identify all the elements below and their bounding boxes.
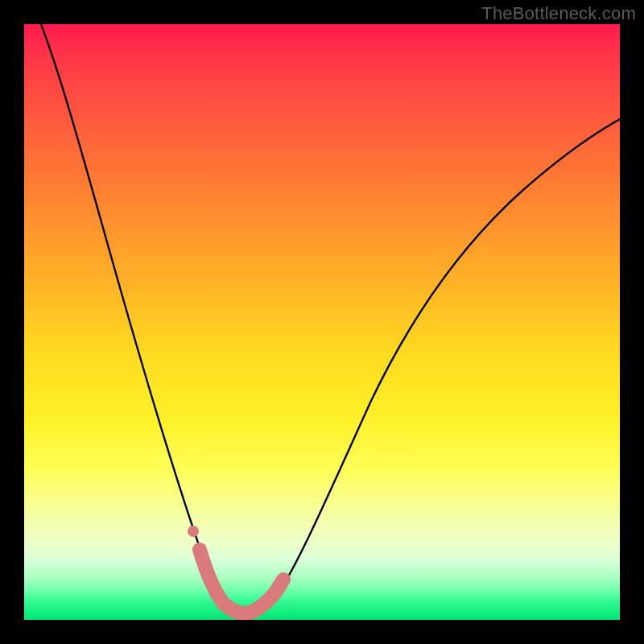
marker-dot <box>188 526 199 537</box>
watermark-text: TheBottleneck.com <box>481 3 636 24</box>
chart-svg <box>24 24 620 620</box>
plot-area <box>24 24 620 620</box>
optimal-range-highlight <box>200 550 283 613</box>
bottleneck-curve <box>36 24 620 613</box>
chart-frame: TheBottleneck.com <box>0 0 644 644</box>
